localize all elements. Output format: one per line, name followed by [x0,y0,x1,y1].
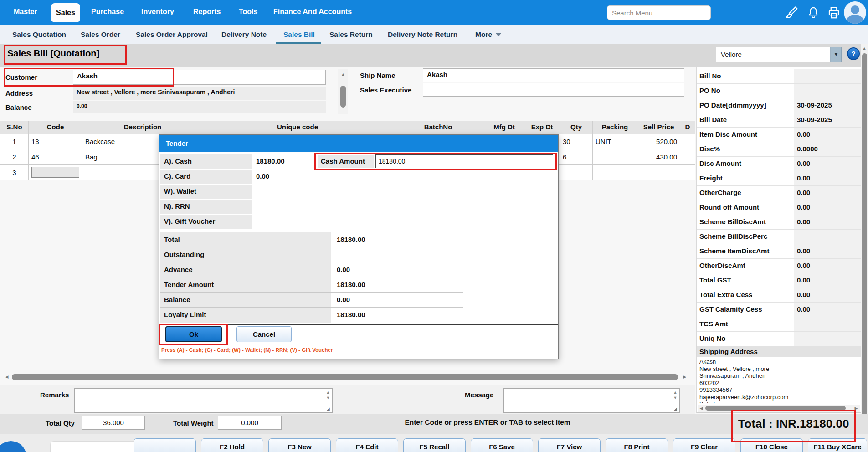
entry-hint-text: Enter Code or press ENTER or TAB to sele… [374,418,601,426]
cancel-button[interactable]: Cancel [236,326,292,342]
col-sno: S.No [0,121,29,134]
fn-button-f8-print[interactable]: F8 Print [606,438,668,452]
remarks-textarea[interactable]: . [74,388,333,413]
tender-cash-value: 18180.00 [256,154,285,165]
fn-button-f7-view[interactable]: F7 View [538,438,601,452]
panel-row: TCS Amt [697,317,861,332]
tab-delivery-note-return[interactable]: Delivery Note Return [388,31,457,39]
total-weight-value[interactable]: 0.000 [218,416,282,430]
fn-button-f5-recall[interactable]: F5 Recall [403,438,466,452]
sales-executive-input[interactable] [423,83,684,97]
tab-delivery-note[interactable]: Delivery Note [221,31,267,39]
fn-button-f9-clear[interactable]: F9 Clear [673,438,735,452]
fn-button-f6-save[interactable]: F6 Save [471,438,533,452]
customer-input[interactable]: Akash [73,70,326,85]
panel-row: PO No [697,84,861,98]
menu-inventory[interactable]: Inventory [141,8,174,16]
panel-h-scrollbar[interactable]: ◀ ▶ [698,405,860,412]
panel-row: Total Extra Cess0.00 [697,288,861,303]
tender-shortcut-hint: Press (A) - Cash; (C) - Card; (W) - Wall… [161,347,333,353]
app-window: Master Sales Purchase Inventory Reports … [0,0,868,452]
search-input[interactable] [607,5,711,20]
scrollbar-thumb[interactable] [340,86,346,108]
tab-sales-order-approval[interactable]: Sales Order Approval [136,31,208,39]
resize-grip-icon[interactable]: ◢ [673,406,677,411]
col-sell-price: Sell Price [637,121,680,134]
theme-brush-icon[interactable] [785,6,798,20]
menu-reports[interactable]: Reports [193,8,221,16]
menu-master[interactable]: Master [14,8,37,16]
menu-sales-active[interactable]: Sales [51,3,80,22]
col-exp-dt: Exp Dt [524,121,560,134]
col-qty: Qty [560,121,593,134]
scroll-right-icon[interactable]: ▶ [682,375,688,379]
fn-button-f10-close[interactable]: F10 Close [740,438,803,452]
dialog-separator [159,324,558,325]
col-unique-code: Unique code [203,121,392,134]
total-qty-value[interactable]: 36.000 [82,416,145,430]
scroll-left-icon[interactable]: ◀ [698,406,704,411]
menu-tools[interactable]: Tools [239,8,257,16]
balance-label: Balance [5,103,32,111]
fn-button-f4-edit[interactable]: F4 Edit [336,438,398,452]
ok-button[interactable]: Ok [165,326,222,342]
tender-dialog: Tender A). Cash 18180.00 C). Card 0.00 W… [159,134,559,359]
print-icon[interactable] [827,6,841,20]
message-scroll-arrows[interactable]: ▲▼ [672,390,679,401]
fn-button-f11-buy-xcare[interactable]: F11 Buy XCare [808,438,867,452]
tender-card-value: 0.00 [256,170,269,180]
notifications-bell-icon[interactable] [806,6,820,20]
scroll-right-icon[interactable]: ▶ [853,406,859,411]
tender-wallet-label: W). Wallet [160,185,252,199]
ship-name-input[interactable]: Akash [423,68,684,82]
panel-row: Disc Amount0.00 [697,157,861,171]
fn-button-f2-hold[interactable]: F2 Hold [201,438,263,452]
remarks-scroll-arrows[interactable]: ▲▼ [324,390,332,401]
cash-amount-input[interactable]: 18180.00 [375,154,553,168]
menu-finance-accounts[interactable]: Finance And Accounts [273,8,352,16]
remarks-label: Remarks [40,391,69,399]
tab-more[interactable]: More [475,31,501,39]
branch-select-arrow-icon[interactable]: ▼ [831,47,842,62]
fn-button-f3-new[interactable]: F3 New [268,438,331,452]
scroll-left-icon[interactable]: ◀ [4,375,10,379]
message-textarea[interactable]: . [503,388,680,413]
page-v-scrollbar[interactable]: ▲ ▼ [861,44,868,452]
branch-select[interactable]: Vellore [716,47,831,62]
tab-sales-bill-active[interactable]: Sales Bill [283,31,315,39]
tender-cash-label: A). Cash [160,154,252,169]
col-code: Code [29,121,82,134]
menu-purchase[interactable]: Purchase [91,8,124,16]
customer-label: Customer [5,73,37,81]
summary-row-total: Total18180.00 [160,232,463,247]
help-icon[interactable]: ? [847,47,860,60]
scroll-up-icon[interactable]: ▲ [861,46,868,51]
user-avatar[interactable] [844,1,866,24]
panel-row: Bill Date30-09-2025 [697,113,861,128]
panel-row: OtherCharge0.00 [697,186,861,200]
tab-sales-quotation[interactable]: Sales Quotation [12,31,66,39]
tab-sales-order[interactable]: Sales Order [81,31,120,39]
panel-row: Bill No [697,69,861,84]
panel-row: Round off Amount0.00 [697,200,861,215]
scroll-up-icon[interactable]: ▲ [340,72,346,77]
col-disc: D [680,121,695,134]
focused-code-cell[interactable] [31,167,79,178]
scrollbar-thumb[interactable] [705,406,846,411]
bill-summary-panel: Bill No PO No PO Date[ddmmyyyy]30-09-202… [696,67,861,413]
panel-row: Item Disc Amount0.00 [697,128,861,142]
summary-row-advance: Advance0.00 [160,262,463,277]
panel-row: Scheme ItemDiscAmt0.00 [697,244,861,259]
table-h-scrollbar[interactable]: ◀ ▶ [4,373,689,381]
tender-dialog-title: Tender [159,135,558,152]
fn-button-blank[interactable] [134,438,196,452]
customer-scrollbar[interactable]: ▲ [338,69,348,114]
scrollbar-thumb[interactable] [12,374,678,380]
summary-row-balance: Balance0.00 [160,293,463,308]
scrollbar-thumb[interactable] [862,53,867,438]
tab-sales-return[interactable]: Sales Return [329,31,373,39]
summary-row-tender-amount: Tender Amount18180.00 [160,277,463,293]
sales-subnav: Sales Quotation Sales Order Sales Order … [0,25,868,44]
resize-grip-icon[interactable]: ◢ [326,406,330,411]
col-batchno: BatchNo [392,121,484,134]
